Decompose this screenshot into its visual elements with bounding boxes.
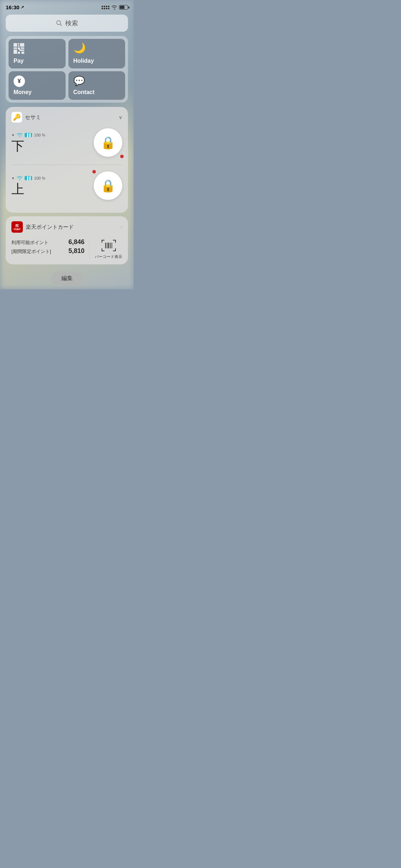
edit-button[interactable]: 編集	[51, 272, 83, 285]
sesami-widget: 🔑 セサミ ∨ ✦ ▐▐ 100 % 下	[6, 107, 128, 213]
lock-circle-shita[interactable]: 🔒	[94, 128, 122, 157]
app-tile-pay[interactable]: Pay	[9, 39, 66, 68]
status-bar: 16:30 ↗	[0, 0, 134, 12]
lock-info-shita: ✦ ▐▐ 100 % 下	[11, 133, 94, 153]
signal-icon	[102, 6, 109, 9]
rakuten-header: R POINT 楽天ポイントカード ›	[11, 221, 122, 233]
pay-label: Pay	[14, 58, 24, 64]
sesami-chevron-icon[interactable]: ∨	[119, 114, 122, 120]
sesami-title: セサミ	[25, 114, 41, 121]
svg-rect-5	[20, 43, 24, 47]
lock-item-ue: ✦ ▐▐ 100 % 上 🔒	[11, 170, 122, 201]
pay-icon	[14, 43, 24, 56]
point-value-available: 6,846	[68, 238, 84, 246]
svg-rect-25	[110, 243, 111, 248]
lock-item-shita: ✦ ▐▐ 100 % 下 🔒	[11, 127, 122, 158]
lock-status-row-shita: ✦ ▐▐ 100 %	[11, 133, 94, 138]
search-placeholder: 検索	[65, 19, 78, 27]
rakuten-title: 楽天ポイントカード	[26, 224, 74, 231]
status-time: 16:30 ↗	[6, 4, 24, 10]
svg-rect-18	[102, 248, 102, 251]
points-divider	[89, 238, 90, 259]
nav-arrow-icon: ↗	[21, 5, 24, 10]
svg-rect-7	[14, 50, 17, 54]
lock-icon-shita: 🔒	[101, 135, 115, 150]
lock-info-ue: ✦ ▐▐ 100 % 上	[11, 176, 94, 196]
status-icons	[102, 5, 128, 10]
svg-rect-8	[18, 47, 20, 50]
yen-icon: ¥	[14, 76, 25, 87]
holiday-icon: 🌙	[73, 43, 86, 53]
search-icon	[56, 20, 62, 26]
lock-kanji-ue: 上	[11, 183, 94, 196]
svg-rect-23	[108, 243, 109, 248]
red-dot-ue	[92, 170, 96, 174]
holiday-label: Holiday	[73, 58, 94, 64]
point-value-limited: 5,810	[68, 247, 84, 255]
lock-kanji-shita: 下	[11, 140, 94, 153]
svg-rect-3	[18, 43, 19, 45]
sesami-title-row: 🔑 セサミ	[11, 112, 41, 123]
bluetooth-icon-shita: ✦	[11, 133, 15, 138]
battery-bar-shita: ▐▐	[25, 133, 32, 137]
sesami-app-icon: 🔑	[11, 112, 22, 123]
battery-pct-ue: 100 %	[34, 176, 45, 180]
barcode-icon	[101, 238, 117, 253]
red-dot-shita	[120, 155, 124, 158]
app-tile-money[interactable]: ¥ Money	[9, 71, 66, 100]
svg-rect-16	[115, 240, 116, 243]
barcode-label: バーコード表示	[95, 254, 122, 259]
bluetooth-icon-ue: ✦	[11, 176, 15, 181]
svg-rect-9	[21, 47, 24, 49]
rakuten-points: 利用可能ポイント 6,846 [期間限定ポイント] 5,810	[11, 238, 122, 259]
rakuten-app-icon: R POINT	[11, 221, 23, 233]
battery-icon	[119, 5, 128, 10]
points-left: 利用可能ポイント 6,846 [期間限定ポイント] 5,810	[11, 238, 84, 259]
lock-divider	[11, 165, 122, 165]
edit-button-row: 編集	[0, 269, 134, 289]
battery-pct-shita: 100 %	[34, 133, 45, 137]
app-tile-contact[interactable]: 💬 Contact	[68, 71, 125, 100]
contact-label: Contact	[73, 89, 95, 95]
barcode-section[interactable]: バーコード表示	[95, 238, 122, 259]
wifi-icon-ue	[17, 176, 22, 180]
point-label-limited: [期間限定ポイント]	[11, 248, 51, 255]
svg-rect-26	[112, 243, 112, 248]
point-label-available: 利用可能ポイント	[11, 239, 48, 246]
svg-rect-11	[18, 52, 20, 54]
time-display: 16:30	[6, 4, 19, 10]
chat-icon: 💬	[73, 76, 85, 87]
money-label: Money	[14, 89, 32, 95]
app-tile-holiday[interactable]: 🌙 Holiday	[68, 39, 125, 68]
svg-rect-24	[109, 243, 110, 248]
lock-circle-ue[interactable]: 🔒	[94, 171, 122, 200]
rakuten-chevron-icon[interactable]: ›	[120, 224, 122, 230]
svg-line-1	[60, 24, 62, 26]
battery-bar-ue: ▐▐	[25, 176, 32, 180]
lock-icon-ue: 🔒	[101, 179, 115, 193]
sesami-widget-header: 🔑 セサミ ∨	[11, 112, 122, 123]
app-grid: Pay 🌙 Holiday ¥ Money 💬 Contact	[6, 36, 128, 103]
svg-rect-2	[14, 43, 17, 47]
svg-rect-10	[19, 50, 24, 51]
svg-rect-6	[14, 47, 17, 49]
wifi-icon	[111, 5, 117, 10]
point-row-limited: [期間限定ポイント] 5,810	[11, 247, 84, 255]
lock-status-row-ue: ✦ ▐▐ 100 %	[11, 176, 94, 181]
search-bar[interactable]: 検索	[6, 15, 128, 32]
wifi-icon-shita	[17, 133, 22, 137]
svg-rect-12	[21, 52, 24, 54]
svg-rect-20	[115, 248, 116, 251]
rakuten-title-row: R POINT 楽天ポイントカード	[11, 221, 74, 233]
svg-rect-22	[107, 243, 107, 248]
svg-rect-14	[102, 240, 102, 243]
point-row-available: 利用可能ポイント 6,846	[11, 238, 84, 246]
svg-rect-21	[105, 243, 106, 248]
rakuten-widget: R POINT 楽天ポイントカード › 利用可能ポイント 6,846 [期間限定…	[6, 216, 128, 264]
svg-rect-4	[18, 45, 19, 47]
